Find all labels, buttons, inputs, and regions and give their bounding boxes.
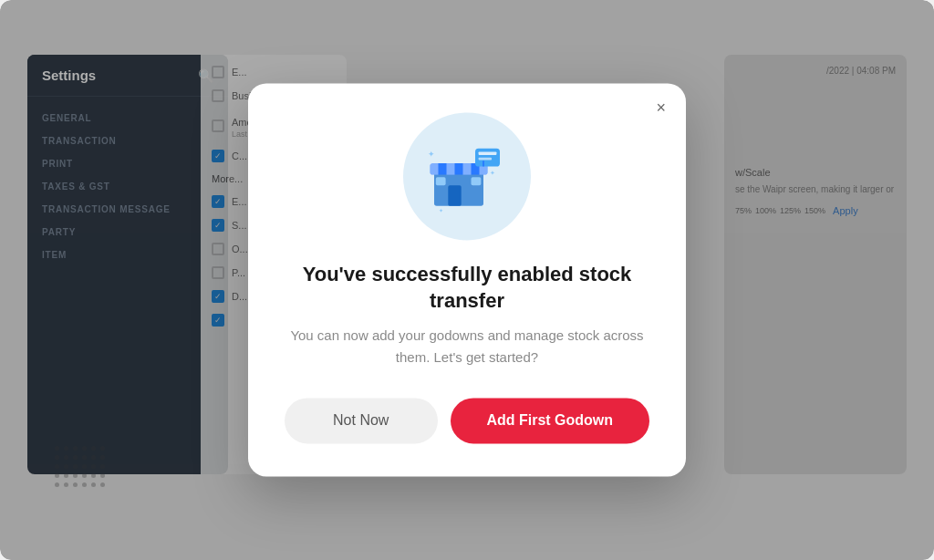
svg-rect-11 bbox=[479, 158, 492, 161]
screen-container: Settings 🔍 GENERAL TRANSACTION PRINT TAX… bbox=[0, 0, 934, 560]
add-godown-button[interactable]: Add First Godown bbox=[451, 399, 650, 444]
close-button[interactable]: × bbox=[656, 99, 666, 116]
modal-description: You can now add your godowns and manage … bbox=[285, 326, 649, 369]
modal-dialog: × bbox=[248, 83, 686, 476]
svg-text:✦: ✦ bbox=[490, 169, 495, 177]
modal-actions: Not Now Add First Godown bbox=[285, 399, 649, 444]
not-now-button[interactable]: Not Now bbox=[285, 399, 438, 444]
svg-rect-10 bbox=[479, 151, 497, 155]
svg-rect-2 bbox=[431, 163, 439, 175]
svg-rect-9 bbox=[475, 149, 500, 167]
svg-rect-8 bbox=[472, 177, 482, 185]
svg-rect-4 bbox=[463, 163, 472, 175]
svg-rect-3 bbox=[447, 163, 455, 175]
svg-text:✦: ✦ bbox=[439, 207, 443, 213]
svg-text:✦: ✦ bbox=[428, 150, 435, 159]
svg-rect-6 bbox=[448, 185, 461, 206]
modal-title: You've successfully enabled stock transf… bbox=[285, 262, 649, 314]
modal-illustration: ✦ ✦ ✦ bbox=[403, 112, 531, 240]
store-icon: ✦ ✦ ✦ bbox=[426, 140, 508, 213]
svg-rect-7 bbox=[436, 177, 446, 185]
